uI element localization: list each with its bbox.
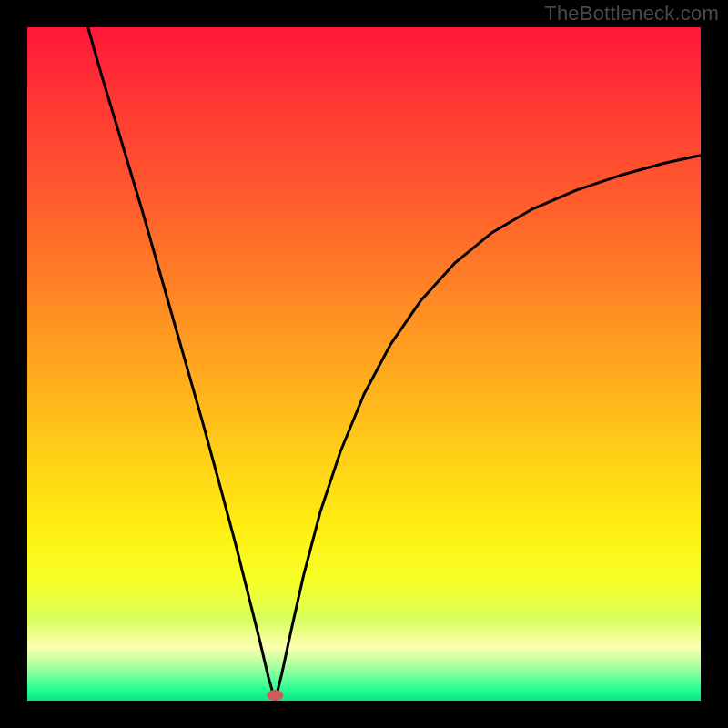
bottleneck-chart [0,0,728,728]
notch-marker [267,690,283,701]
chart-frame: TheBottleneck.com [0,0,728,728]
watermark-text: TheBottleneck.com [544,2,719,25]
plot-background [27,27,701,701]
